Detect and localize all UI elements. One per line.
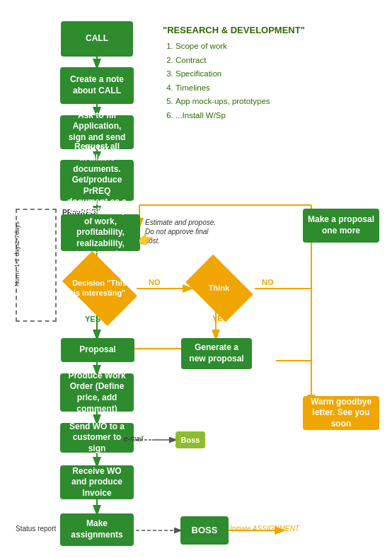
create-note-box: Create a note about CALL [60,67,134,104]
think-diamond-wrapper: Think [185,265,253,311]
dashed-timing-box [16,209,57,322]
call-box: CALL [61,21,133,57]
research-panel: "RESEARCH & DEVELOPMENT" Scope of work C… [163,25,318,122]
days-1-7-label: 1-7days [13,221,21,244]
boss-small-box: Boss [175,431,205,448]
produce-wo-box: Produce Work Order (Define price, add co… [60,373,134,412]
research-item-2: Contract [175,54,318,68]
research-item-5: App mock-ups, prototypes [175,95,318,109]
research-item-6: ...Install W/Sp [175,109,318,123]
generate-proposal-box: Generate a new proposal [181,338,252,369]
research-list: Scope of work Contract Specification Tim… [163,40,318,122]
research-item-4: Timelines [175,81,318,95]
norm-label: Norm: 1-2 days [13,243,21,286]
svg-text:NO: NO [149,278,161,286]
svg-text:NO: NO [262,278,274,286]
think-label: Think [191,284,248,293]
email-label: e-mail [124,435,143,443]
proposal-box: Proposal [61,338,134,362]
research-title: "RESEARCH & DEVELOPMENT" [163,25,318,35]
make-assignments-box: Make assignments [60,513,134,546]
estimate-note: Estimate and propose. Do not approve fin… [145,218,223,245]
diagram-container: YES NO NO YES [0,0,392,558]
warm-goodbye-box: Warm goodbye letter. See you soon [303,396,379,430]
decision-diamond-wrapper: Decision "This is interesting" [62,265,137,311]
request-docs-box: Request all available documents. Get/pro… [60,160,134,201]
initiate-assignment-label: Initiate ASSIGNMENT [230,525,299,533]
decision-label: Decision "This is interesting" [71,279,128,297]
send-wo-box: Send WO to a customer to sign [60,423,134,453]
research-item-1: Scope of work [175,40,318,54]
boss-box: BOSS [180,516,229,545]
hand-icon: 👉 [138,232,154,248]
research-item-3: Specification [175,67,318,81]
estimate-box: Estimate scope of work, profitability, r… [61,214,140,251]
make-proposal-more-box: Make a proposal one more [303,209,379,243]
receive-wo-box: Receive WO and produce Invoice [60,465,134,499]
status-report-label: Status report [16,525,56,533]
